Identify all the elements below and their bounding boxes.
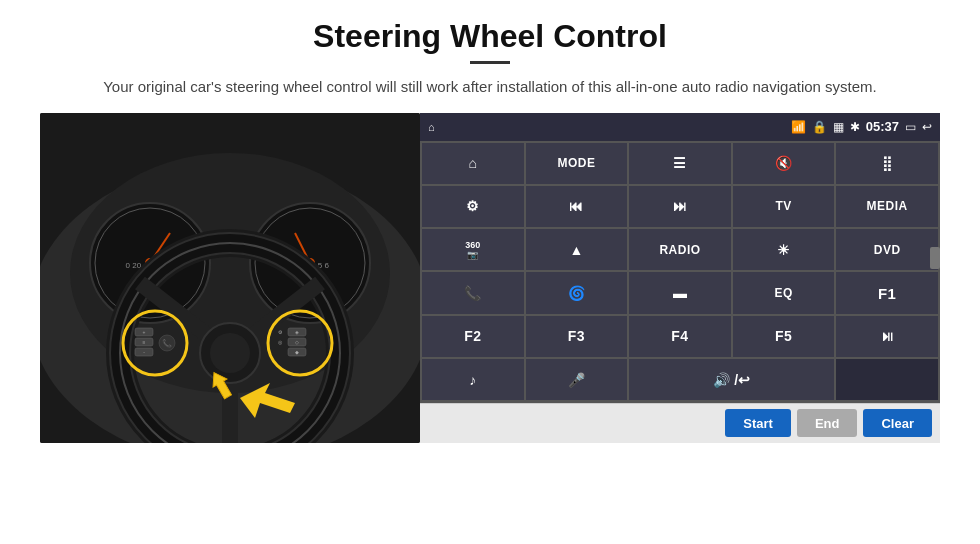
btn-apps[interactable]: ⣿: [836, 143, 938, 184]
svg-text:+: +: [143, 329, 146, 335]
btn-f2[interactable]: F2: [422, 316, 524, 357]
clear-button[interactable]: Clear: [863, 409, 932, 437]
prev-icon: ⏮: [569, 198, 583, 214]
status-right: 📶 🔒 ▦ ✱ 05:37 ▭ ↩: [791, 119, 932, 134]
status-left: ⌂: [428, 121, 435, 133]
btn-volume[interactable]: 🔊 /↩: [629, 359, 834, 400]
lock-icon: 🔒: [812, 120, 827, 134]
page-subtitle: Your original car's steering wheel contr…: [103, 76, 877, 99]
time-display: 05:37: [866, 119, 899, 134]
btn-eq[interactable]: EQ: [733, 272, 835, 313]
btn-phone[interactable]: 📞: [422, 272, 524, 313]
volume-icon: 🔊 /↩: [713, 372, 750, 388]
btn-mute[interactable]: 🔇: [733, 143, 835, 184]
phone-icon: 📞: [464, 285, 481, 301]
screen-icon: ▭: [905, 120, 916, 134]
svg-text:◆: ◆: [295, 349, 299, 355]
btn-radio[interactable]: RADIO: [629, 229, 731, 270]
btn-brightness[interactable]: ☀: [733, 229, 835, 270]
start-button[interactable]: Start: [725, 409, 791, 437]
btn-tv[interactable]: TV: [733, 186, 835, 227]
home-btn-icon: ⌂: [469, 155, 477, 171]
device-panel: ⌂ 📶 🔒 ▦ ✱ 05:37 ▭ ↩ ⌂ MODE ☰: [420, 113, 940, 443]
btn-screen[interactable]: ▬: [629, 272, 731, 313]
btn-eject[interactable]: ▲: [526, 229, 628, 270]
btn-next[interactable]: ⏭: [629, 186, 731, 227]
btn-menu[interactable]: ☰: [629, 143, 731, 184]
btn-camera360[interactable]: 360📷: [422, 229, 524, 270]
sim-icon: ▦: [833, 120, 844, 134]
btn-dvd[interactable]: DVD: [836, 229, 938, 270]
btn-mic[interactable]: 🎤: [526, 359, 628, 400]
btn-home[interactable]: ⌂: [422, 143, 524, 184]
camera-icon: 360📷: [465, 240, 480, 260]
title-divider: [470, 61, 510, 64]
mic-icon: 🎤: [568, 372, 585, 388]
svg-text:📞: 📞: [162, 338, 172, 348]
status-bar: ⌂ 📶 🔒 ▦ ✱ 05:37 ▭ ↩: [420, 113, 940, 141]
screen-ratio-icon: ▬: [673, 285, 687, 301]
settings-icon: ⚙: [466, 198, 479, 214]
nav-icon: 🌀: [568, 285, 585, 301]
btn-music[interactable]: ♪: [422, 359, 524, 400]
menu-icon: ☰: [673, 155, 686, 171]
btn-playpause[interactable]: ⏯: [836, 316, 938, 357]
end-button[interactable]: End: [797, 409, 858, 437]
btn-settings[interactable]: ⚙: [422, 186, 524, 227]
page-title: Steering Wheel Control: [313, 18, 667, 55]
main-content: 0 20 40 60 80 1 2 3 4 5 6: [40, 113, 940, 443]
svg-point-21: [210, 333, 250, 373]
btn-f4[interactable]: F4: [629, 316, 731, 357]
svg-text:◈: ◈: [295, 329, 299, 335]
svg-text:≡: ≡: [143, 339, 146, 345]
back-icon: ↩: [922, 120, 932, 134]
button-grid: ⌂ MODE ☰ 🔇 ⣿ ⚙ ⏮ ⏭ TV MEDIA 360📷 ▲ RADIO…: [420, 141, 940, 403]
home-icon: ⌂: [428, 121, 435, 133]
next-icon: ⏭: [673, 198, 687, 214]
svg-text:◇: ◇: [295, 339, 299, 345]
apps-icon: ⣿: [882, 155, 892, 171]
bluetooth-icon: ✱: [850, 120, 860, 134]
btn-empty: [836, 359, 938, 400]
action-bar: Start End Clear: [420, 403, 940, 443]
btn-f5[interactable]: F5: [733, 316, 835, 357]
page-container: Steering Wheel Control Your original car…: [0, 0, 980, 544]
music-icon: ♪: [469, 372, 476, 388]
btn-prev[interactable]: ⏮: [526, 186, 628, 227]
btn-mode[interactable]: MODE: [526, 143, 628, 184]
eject-icon: ▲: [569, 242, 583, 258]
btn-f1[interactable]: F1: [836, 272, 938, 313]
btn-f3[interactable]: F3: [526, 316, 628, 357]
btn-nav[interactable]: 🌀: [526, 272, 628, 313]
brightness-icon: ☀: [777, 242, 790, 258]
scroll-indicator: [930, 247, 940, 269]
steering-wheel-image: 0 20 40 60 80 1 2 3 4 5 6: [40, 113, 420, 443]
wifi-icon: 📶: [791, 120, 806, 134]
mute-icon: 🔇: [775, 155, 792, 171]
btn-media[interactable]: MEDIA: [836, 186, 938, 227]
playpause-icon: ⏯: [880, 328, 894, 344]
